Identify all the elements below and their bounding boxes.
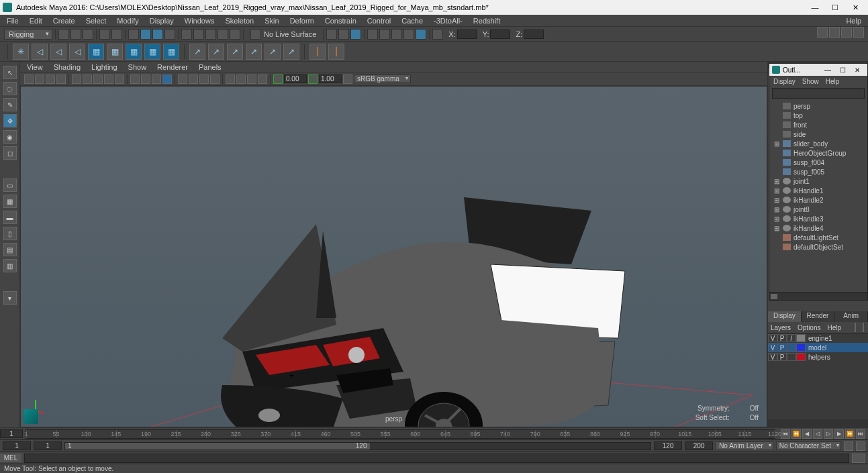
layout-two-h-icon[interactable]: ▬ (3, 211, 17, 224)
select-object-icon[interactable] (140, 29, 151, 40)
vp-icon-17[interactable] (210, 74, 220, 84)
go-end-button[interactable]: ⏭ (856, 429, 865, 439)
paint-select-tool-icon[interactable]: ✎ (3, 98, 17, 111)
vp-menu-renderer[interactable]: Renderer (157, 63, 188, 71)
outliner-item[interactable]: ⊞slider_body (771, 139, 866, 148)
outliner-search-input[interactable] (772, 88, 865, 99)
vp-icon-3[interactable] (46, 74, 55, 84)
vp-icon-12[interactable] (152, 74, 161, 84)
expand-icon[interactable]: ⊞ (773, 206, 780, 213)
ipr-render-icon[interactable] (350, 29, 361, 40)
z-input[interactable] (524, 30, 544, 39)
menu-control[interactable]: Control (362, 17, 396, 25)
step-back-button[interactable]: ◀ (802, 429, 812, 439)
vp-menu-show[interactable]: Show (128, 63, 147, 71)
layout-three-icon[interactable]: ▤ (3, 243, 17, 256)
shelf-jiggle-icon[interactable]: ↗ (283, 44, 299, 60)
snap-plane-icon[interactable] (218, 29, 228, 40)
play-fwd-button[interactable]: ▷ (824, 429, 833, 439)
layers-menu-options[interactable]: Options (798, 324, 820, 331)
vp-menu-shading[interactable]: Shading (54, 63, 81, 71)
expand-icon[interactable]: ⊞ (773, 178, 780, 185)
layer-color-swatch[interactable] (796, 344, 806, 352)
close-button[interactable]: ✕ (845, 1, 865, 14)
scale-tool-icon[interactable]: ◻ (3, 146, 17, 160)
layer-playback-toggle[interactable]: P (777, 344, 787, 352)
vp-icon-18[interactable] (226, 74, 235, 84)
vp-icon-5[interactable] (72, 74, 81, 84)
menu-modify[interactable]: Modify (111, 17, 144, 25)
shelf-joint-icon[interactable]: ✳ (13, 44, 29, 60)
open-scene-icon[interactable] (70, 29, 81, 40)
shelf-ikspline-icon[interactable]: ◁ (50, 44, 66, 60)
vp-icon-2[interactable] (35, 74, 44, 84)
layout-outliner-icon[interactable]: ▥ (3, 259, 17, 272)
undo-icon[interactable] (99, 29, 110, 40)
menu-deform[interactable]: Deform (285, 17, 320, 25)
tab-display[interactable]: Display (768, 311, 802, 322)
script-editor-icon[interactable] (852, 454, 865, 463)
layer-playback-toggle[interactable]: P (777, 353, 787, 361)
outliner-item[interactable]: ⊞ikHandle1 (771, 186, 866, 195)
display-layer-row[interactable]: VPhelpers (768, 352, 868, 362)
vp-colorspace-dropdown[interactable]: sRGB gamma (354, 74, 411, 83)
vp-menu-panels[interactable]: Panels (199, 63, 222, 71)
outliner-item[interactable]: ⊞ikHandle3 (771, 214, 866, 223)
y-input[interactable] (490, 30, 510, 39)
shelf-orange-b-icon[interactable]: ⎮ (328, 44, 344, 60)
layer-color-swatch[interactable] (796, 353, 806, 361)
display-layer-row[interactable]: VPmodel (768, 343, 868, 352)
command-input[interactable] (24, 454, 849, 463)
shelf-sculpt-icon[interactable]: ↗ (264, 44, 281, 60)
expand-icon[interactable]: ⊞ (773, 197, 780, 204)
menu-windows[interactable]: Windows (179, 17, 220, 25)
expand-icon[interactable]: ⊞ (773, 187, 780, 195)
command-lang-label[interactable]: MEL (0, 454, 21, 462)
layer-visible-toggle[interactable]: V (768, 334, 777, 342)
shelf-skin-b-icon[interactable]: ▦ (107, 44, 123, 60)
tab-render[interactable]: Render (802, 311, 835, 322)
go-start-button[interactable]: ⏮ (781, 429, 790, 439)
vp-icon-15[interactable] (189, 74, 198, 84)
vp-menu-lighting[interactable]: Lighting (91, 63, 117, 71)
shelf-wire-icon[interactable]: ↗ (246, 44, 262, 60)
character-set-dropdown[interactable]: No Character Set (776, 441, 841, 450)
layer-type-toggle[interactable]: / (787, 334, 796, 342)
menu-cache[interactable]: Cache (396, 17, 428, 25)
vp-icon-13[interactable] (162, 74, 172, 84)
range-start-a[interactable] (3, 441, 31, 450)
layer-visible-toggle[interactable]: V (768, 353, 777, 361)
layout-two-v-icon[interactable]: ▯ (3, 227, 17, 240)
viewport[interactable]: + + persp Symmetry:Off Soft Select:Off (20, 86, 767, 427)
timeline-current-frame[interactable] (0, 429, 23, 438)
construction-history-icon[interactable] (326, 29, 337, 40)
menu-create[interactable]: Create (48, 17, 81, 25)
layer-icon-a[interactable] (855, 323, 856, 332)
lasso-tool-icon[interactable]: ◌ (3, 82, 17, 95)
outliner-item[interactable]: HeroObjectGroup (771, 148, 866, 158)
shelf-cluster-icon[interactable]: ↗ (189, 44, 205, 60)
menu-set-dropdown[interactable]: Rigging (4, 29, 52, 40)
attribute-editor-icon[interactable] (829, 27, 840, 38)
step-fwd-key-button[interactable]: ⏩ (845, 429, 855, 439)
select-mask-icon[interactable] (164, 29, 175, 40)
menu-3dtoall[interactable]: -3DtoAll- (428, 17, 468, 25)
save-scene-icon[interactable] (83, 29, 93, 40)
shelf-wrap-icon[interactable]: ↗ (227, 44, 243, 60)
vp-gamma2-icon[interactable] (308, 74, 318, 84)
prefs-icon[interactable] (856, 441, 865, 451)
menu-help[interactable]: Help (840, 17, 867, 25)
expand-icon[interactable]: ⊞ (773, 140, 780, 148)
vp-icon-11[interactable] (141, 74, 150, 84)
snap-curve-icon[interactable] (193, 29, 204, 40)
snap-live-icon[interactable] (230, 29, 240, 40)
layer-type-toggle[interactable] (787, 353, 796, 361)
layout-5-icon[interactable] (416, 29, 426, 40)
redo-icon[interactable] (111, 29, 122, 40)
vp-gamma-input[interactable] (319, 74, 342, 83)
outliner-item[interactable]: side (771, 129, 866, 139)
menu-select[interactable]: Select (81, 17, 112, 25)
outliner-item[interactable]: front (771, 120, 866, 129)
outliner-window[interactable]: Outl... — ☐ ✕ Display Show Help persptop… (769, 63, 868, 301)
vp-icon-8[interactable] (104, 74, 113, 84)
